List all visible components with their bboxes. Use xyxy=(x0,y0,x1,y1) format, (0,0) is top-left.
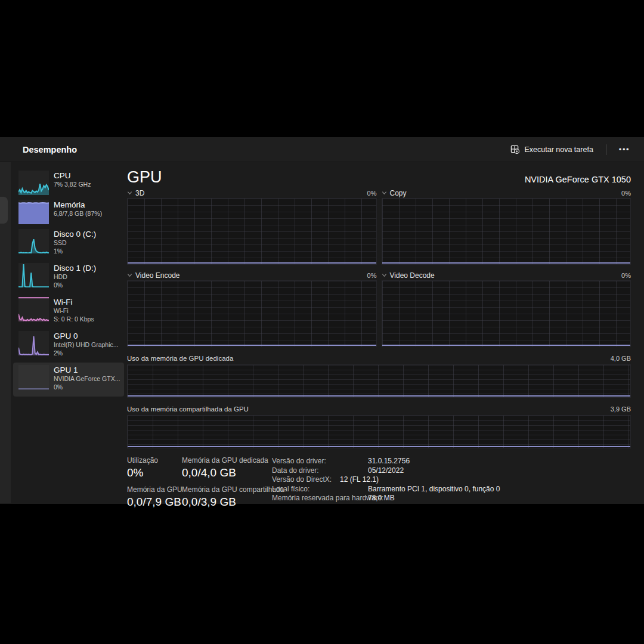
dedicated-memory-chart: Uso da memória de GPU dedicada 4,0 GB xyxy=(127,354,631,398)
cpu-minigraph xyxy=(18,171,49,195)
gpu-panel: GPU NVIDIA GeForce GTX 1050 3D 0% xyxy=(127,162,644,503)
sidebar-item-detail: HDD xyxy=(54,273,96,281)
stat-utilization: Utilização 0% xyxy=(127,456,182,481)
nav-selection-indicator xyxy=(0,197,8,224)
stat-shared-memory: Memória da GPU compartilhada 0,0/3,9 GB xyxy=(182,485,272,510)
run-new-task-label: Executar nova tarefa xyxy=(524,145,593,154)
sidebar-item-detail: 7% 3,82 GHz xyxy=(54,181,91,189)
chart-value: 0% xyxy=(621,272,631,279)
sidebar-item-cpu[interactable]: CPU 7% 3,82 GHz xyxy=(13,168,124,197)
hardware-reserved-memory-row: Memória reservada para hardware: 78,0 MB xyxy=(272,494,631,503)
nav-rail xyxy=(0,162,11,503)
disk0-minigraph xyxy=(18,229,49,253)
chart-value: 0% xyxy=(367,190,377,197)
shared-memory-chart: Uso da memória compartilhada da GPU 3,9 … xyxy=(127,404,631,448)
wifi-minigraph xyxy=(18,297,49,321)
gpu-device-name: NVIDIA GeForce GTX 1050 xyxy=(525,175,631,186)
memory-chart-capacity: 3,9 GB xyxy=(611,405,631,413)
gpu1-minigraph xyxy=(18,365,49,389)
new-task-icon xyxy=(510,145,519,154)
window-body: CPU 7% 3,82 GHz Memória 6,8/7,8 GB (87%) xyxy=(0,162,644,503)
sidebar-item-title: CPU xyxy=(54,171,91,181)
sidebar-item-title: GPU 0 xyxy=(54,331,119,341)
driver-info: Versão do driver: 31.0.15.2756 Data do d… xyxy=(272,456,631,515)
sidebar-item-wifi[interactable]: Wi-Fi Wi-Fi S: 0 R: 0 Kbps xyxy=(13,295,124,329)
task-manager-window: Desempenho Executar nova tarefa ••• xyxy=(0,137,644,504)
chevron-down-icon xyxy=(127,190,132,196)
sidebar-item-disk1[interactable]: Disco 1 (D:) HDD 0% xyxy=(13,261,124,295)
chart-video-decode-header[interactable]: Video Decode 0% xyxy=(382,270,631,280)
chart-video-encode-header[interactable]: Video Encode 0% xyxy=(127,270,377,280)
chart-3d: 3D 0% xyxy=(127,188,377,265)
gpu-stats: Utilização 0% Memória da GPU 0,0/7,9 GB … xyxy=(127,456,631,515)
sidebar-item-gpu0[interactable]: GPU 0 Intel(R) UHD Graphic... 2% xyxy=(13,329,124,363)
sidebar-item-disk0[interactable]: Disco 0 (C:) SSD 1% xyxy=(13,227,124,261)
memory-chart-label: Uso da memória compartilhada da GPU xyxy=(127,405,249,413)
sidebar-item-detail: SSD xyxy=(54,239,96,247)
chart-video-encode: Video Encode 0% xyxy=(127,270,377,347)
page-title: Desempenho xyxy=(23,145,77,154)
title-bar: Desempenho Executar nova tarefa ••• xyxy=(0,137,644,162)
chart-video-decode: Video Decode 0% xyxy=(382,270,631,347)
sidebar-item-title: Memória xyxy=(54,200,102,210)
sidebar-item-title: Disco 0 (C:) xyxy=(54,229,96,239)
chart-label: Video Encode xyxy=(135,271,180,280)
sidebar-item-detail2: 2% xyxy=(54,349,119,358)
chart-video-encode-plot xyxy=(127,280,377,347)
chevron-down-icon xyxy=(382,190,387,196)
chart-3d-header[interactable]: 3D 0% xyxy=(127,188,377,198)
memory-minigraph xyxy=(18,200,49,224)
chart-3d-plot xyxy=(127,198,377,265)
sidebar-item-detail: NVIDIA GeForce GTX... xyxy=(54,375,120,383)
driver-version-row: Versão do driver: 31.0.15.2756 xyxy=(272,457,631,466)
gpu-panel-header: GPU NVIDIA GeForce GTX 1050 xyxy=(127,168,631,186)
sidebar-item-title: Disco 1 (D:) xyxy=(54,263,96,273)
sidebar-item-memory[interactable]: Memória 6,8/7,8 GB (87%) xyxy=(13,197,124,227)
driver-date-row: Data do driver: 05/12/2022 xyxy=(272,466,631,476)
more-options-button[interactable]: ••• xyxy=(613,143,636,156)
chart-copy-plot xyxy=(382,198,631,265)
chart-copy-header[interactable]: Copy 0% xyxy=(382,188,631,198)
sidebar-item-detail: 6,8/7,8 GB (87%) xyxy=(54,210,102,218)
chart-video-decode-plot xyxy=(382,280,631,347)
disk1-minigraph xyxy=(18,263,49,287)
sidebar-item-detail2: 1% xyxy=(54,247,96,256)
gpu-panel-title: GPU xyxy=(127,168,162,186)
performance-sidebar: CPU 7% 3,82 GHz Memória 6,8/7,8 GB (87%) xyxy=(11,162,127,503)
sidebar-item-detail: Wi-Fi xyxy=(54,307,94,315)
memory-chart-label: Uso da memória de GPU dedicada xyxy=(127,355,233,362)
chart-label: Video Decode xyxy=(390,271,435,280)
chevron-down-icon xyxy=(127,273,132,278)
memory-chart-capacity: 4,0 GB xyxy=(611,355,631,362)
sidebar-item-title: Wi-Fi xyxy=(54,297,94,307)
directx-version-row: Versão do DirectX: 12 (FL 12.1) xyxy=(272,475,631,485)
chart-label: Copy xyxy=(390,189,407,197)
chart-value: 0% xyxy=(367,272,377,279)
engine-charts-grid: 3D 0% Copy 0% xyxy=(127,188,631,347)
sidebar-item-title: GPU 1 xyxy=(54,365,120,375)
stat-dedicated-memory: Memória da GPU dedicada 0,0/4,0 GB xyxy=(182,456,272,481)
run-new-task-button[interactable]: Executar nova tarefa xyxy=(503,141,600,157)
sidebar-item-detail2: S: 0 R: 0 Kbps xyxy=(54,315,94,324)
header-divider xyxy=(606,144,607,155)
sidebar-item-detail2: 0% xyxy=(54,383,120,392)
chart-copy: Copy 0% xyxy=(382,188,631,265)
chart-label: 3D xyxy=(135,189,144,197)
sidebar-item-detail2: 0% xyxy=(54,281,96,290)
header-actions: Executar nova tarefa ••• xyxy=(503,141,636,157)
gpu0-minigraph xyxy=(18,331,49,355)
stat-gpu-memory: Memória da GPU 0,0/7,9 GB xyxy=(127,485,182,510)
shared-memory-plot xyxy=(127,415,631,448)
chevron-down-icon xyxy=(382,273,387,278)
dedicated-memory-plot xyxy=(127,364,631,398)
sidebar-item-gpu1[interactable]: GPU 1 NVIDIA GeForce GTX... 0% xyxy=(13,363,124,397)
physical-location-row: Local físico: Barramento PCI 1, disposit… xyxy=(272,485,631,494)
sidebar-item-detail: Intel(R) UHD Graphic... xyxy=(54,341,119,349)
chart-value: 0% xyxy=(621,190,631,197)
